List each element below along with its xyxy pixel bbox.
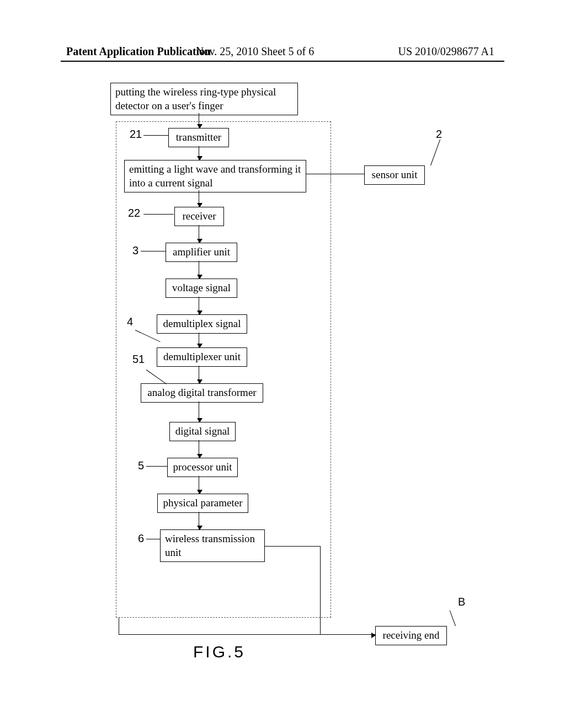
header-right: US 2010/0298677 A1 [398, 45, 494, 58]
box-amplifier: amplifier unit [166, 243, 237, 262]
ref-2: 2 [436, 128, 442, 141]
connector [320, 546, 321, 634]
leader [450, 611, 456, 627]
header-mid: Nov. 25, 2010 Sheet 5 of 6 [196, 45, 314, 58]
arrow [199, 225, 199, 243]
arrow [199, 146, 199, 160]
box-physical: physical parameter [157, 494, 248, 513]
box-processor: processor unit [167, 458, 238, 477]
ref-22: 22 [128, 207, 140, 220]
arrow [199, 366, 199, 383]
arrow [199, 113, 199, 128]
figure-label: FIG.5 [193, 643, 246, 661]
ref-3: 3 [132, 244, 138, 257]
box-receiver: receiver [174, 207, 224, 226]
arrow [199, 440, 199, 458]
arrow [199, 476, 199, 494]
ref-51: 51 [132, 353, 145, 366]
header-left: Patent Application Publication [66, 45, 211, 58]
arrow [199, 512, 199, 529]
arrow [199, 402, 199, 422]
leader [143, 214, 174, 215]
box-emit: emitting a light wave and transforming i… [124, 160, 306, 192]
leader [141, 251, 166, 251]
ref-4: 4 [127, 315, 133, 328]
box-sensor: sensor unit [364, 165, 425, 185]
box-voltage: voltage signal [166, 279, 237, 298]
box-start: putting the wireless ring-type physical … [110, 83, 298, 115]
leader [146, 466, 167, 467]
ref-B: B [458, 596, 465, 608]
arrow [199, 297, 199, 314]
diagram-canvas: putting the wireless ring-type physical … [61, 83, 504, 689]
box-adt: analog digital transformer [141, 383, 263, 403]
arrow [119, 634, 375, 635]
box-demux-unit: demultiplexer unit [157, 347, 247, 367]
connector [265, 546, 320, 547]
ref-21: 21 [130, 128, 142, 141]
box-demux-signal: demultiplex signal [157, 314, 247, 334]
leader [146, 539, 160, 539]
bracket-sensor [315, 154, 331, 182]
box-transmitter: transmitter [168, 128, 229, 147]
ref-6: 6 [138, 532, 144, 545]
arrow [199, 333, 199, 347]
box-receiving: receiving end [375, 626, 447, 645]
connector [119, 618, 119, 634]
box-wireless: wireless transmission unit [160, 529, 265, 562]
arrow [199, 261, 199, 279]
header-rule [61, 61, 504, 62]
leader [143, 135, 168, 136]
ref-5: 5 [138, 459, 144, 472]
leader [430, 140, 440, 165]
box-digital: digital signal [169, 422, 236, 441]
arrow [199, 190, 199, 207]
